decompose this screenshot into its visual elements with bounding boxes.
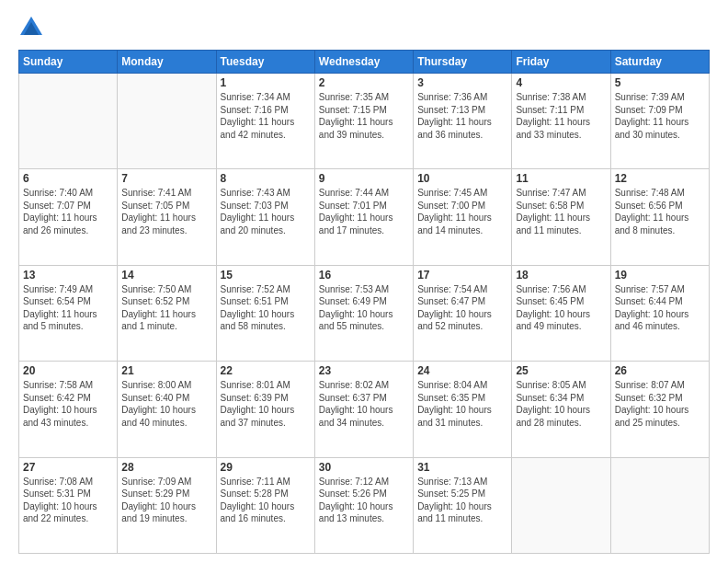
day-number: 31: [417, 461, 507, 474]
calendar-week-row: 20Sunrise: 7:58 AMSunset: 6:42 PMDayligh…: [19, 362, 710, 457]
day-number: 10: [417, 172, 507, 185]
day-number: 1: [221, 76, 311, 89]
day-number: 19: [615, 269, 705, 282]
day-detail: Sunrise: 7:41 AMSunset: 7:05 PMDaylight:…: [121, 187, 211, 236]
weekday-header: Friday: [512, 51, 610, 74]
day-detail: Sunrise: 7:58 AMSunset: 6:42 PMDaylight:…: [23, 379, 113, 429]
day-number: 13: [23, 269, 113, 282]
day-detail: Sunrise: 7:34 AMSunset: 7:16 PMDaylight:…: [221, 91, 311, 141]
calendar-week-row: 13Sunrise: 7:49 AMSunset: 6:54 PMDayligh…: [19, 265, 710, 361]
day-number: 25: [516, 364, 606, 377]
day-detail: Sunrise: 7:43 AMSunset: 7:03 PMDaylight:…: [221, 187, 311, 236]
calendar-day-cell: 25Sunrise: 8:05 AMSunset: 6:34 PMDayligh…: [512, 362, 610, 457]
calendar-day-cell: 10Sunrise: 7:45 AMSunset: 7:00 PMDayligh…: [414, 169, 512, 265]
calendar-day-cell: 3Sunrise: 7:36 AMSunset: 7:13 PMDaylight…: [414, 74, 512, 169]
calendar-day-cell: 18Sunrise: 7:56 AMSunset: 6:45 PMDayligh…: [512, 265, 610, 361]
day-number: 23: [319, 364, 409, 377]
day-detail: Sunrise: 7:56 AMSunset: 6:45 PMDaylight:…: [516, 283, 606, 333]
calendar-week-row: 6Sunrise: 7:40 AMSunset: 7:07 PMDaylight…: [19, 169, 710, 265]
day-number: 22: [221, 364, 311, 377]
day-detail: Sunrise: 7:48 AMSunset: 6:56 PMDaylight:…: [615, 187, 705, 236]
calendar-day-cell: 22Sunrise: 8:01 AMSunset: 6:39 PMDayligh…: [216, 362, 314, 457]
day-detail: Sunrise: 8:01 AMSunset: 6:39 PMDaylight:…: [221, 379, 311, 429]
day-detail: Sunrise: 7:47 AMSunset: 6:58 PMDaylight:…: [516, 187, 606, 236]
calendar-day-cell: 12Sunrise: 7:48 AMSunset: 6:56 PMDayligh…: [610, 169, 709, 265]
day-detail: Sunrise: 8:02 AMSunset: 6:37 PMDaylight:…: [319, 379, 409, 429]
day-number: 17: [417, 269, 507, 282]
day-detail: Sunrise: 7:08 AMSunset: 5:31 PMDaylight:…: [23, 476, 113, 525]
calendar-header-row: SundayMondayTuesdayWednesdayThursdayFrid…: [19, 51, 710, 74]
calendar-day-cell: 2Sunrise: 7:35 AMSunset: 7:15 PMDaylight…: [314, 74, 413, 169]
logo: [18, 15, 48, 40]
day-number: 16: [319, 269, 409, 282]
calendar-day-cell: 26Sunrise: 8:07 AMSunset: 6:32 PMDayligh…: [610, 362, 709, 457]
calendar-day-cell: 14Sunrise: 7:50 AMSunset: 6:52 PMDayligh…: [118, 265, 216, 361]
day-number: 11: [516, 172, 606, 185]
day-detail: Sunrise: 7:45 AMSunset: 7:00 PMDaylight:…: [417, 187, 507, 236]
calendar-day-cell: 17Sunrise: 7:54 AMSunset: 6:47 PMDayligh…: [414, 265, 512, 361]
weekday-header: Tuesday: [216, 51, 314, 74]
calendar-day-cell: 27Sunrise: 7:08 AMSunset: 5:31 PMDayligh…: [19, 457, 118, 553]
day-detail: Sunrise: 8:00 AMSunset: 6:40 PMDaylight:…: [121, 379, 211, 429]
calendar-day-cell: [118, 74, 216, 169]
calendar-day-cell: 6Sunrise: 7:40 AMSunset: 7:07 PMDaylight…: [19, 169, 118, 265]
day-number: 12: [615, 172, 705, 185]
calendar-week-row: 27Sunrise: 7:08 AMSunset: 5:31 PMDayligh…: [19, 457, 710, 553]
day-number: 9: [319, 172, 409, 185]
weekday-header: Thursday: [414, 51, 512, 74]
day-number: 18: [516, 269, 606, 282]
weekday-header: Sunday: [19, 51, 118, 74]
day-number: 14: [121, 269, 211, 282]
calendar-body: 1Sunrise: 7:34 AMSunset: 7:16 PMDaylight…: [19, 74, 710, 554]
calendar-day-cell: [512, 457, 610, 553]
calendar-day-cell: 20Sunrise: 7:58 AMSunset: 6:42 PMDayligh…: [19, 362, 118, 457]
weekday-header: Monday: [118, 51, 216, 74]
calendar-day-cell: 8Sunrise: 7:43 AMSunset: 7:03 PMDaylight…: [216, 169, 314, 265]
calendar: SundayMondayTuesdayWednesdayThursdayFrid…: [18, 50, 710, 554]
day-number: 21: [121, 364, 211, 377]
day-detail: Sunrise: 7:11 AMSunset: 5:28 PMDaylight:…: [221, 476, 311, 525]
calendar-day-cell: 16Sunrise: 7:53 AMSunset: 6:49 PMDayligh…: [314, 265, 413, 361]
day-detail: Sunrise: 7:52 AMSunset: 6:51 PMDaylight:…: [221, 283, 311, 333]
page-header: [18, 15, 710, 40]
day-number: 27: [23, 461, 113, 474]
day-detail: Sunrise: 7:35 AMSunset: 7:15 PMDaylight:…: [319, 91, 409, 141]
day-detail: Sunrise: 8:04 AMSunset: 6:35 PMDaylight:…: [417, 379, 507, 429]
calendar-day-cell: 23Sunrise: 8:02 AMSunset: 6:37 PMDayligh…: [314, 362, 413, 457]
day-detail: Sunrise: 7:44 AMSunset: 7:01 PMDaylight:…: [319, 187, 409, 236]
calendar-day-cell: 29Sunrise: 7:11 AMSunset: 5:28 PMDayligh…: [216, 457, 314, 553]
calendar-day-cell: 5Sunrise: 7:39 AMSunset: 7:09 PMDaylight…: [610, 74, 709, 169]
day-detail: Sunrise: 7:36 AMSunset: 7:13 PMDaylight:…: [417, 91, 507, 141]
day-number: 29: [221, 461, 311, 474]
weekday-header: Saturday: [610, 51, 709, 74]
day-detail: Sunrise: 7:54 AMSunset: 6:47 PMDaylight:…: [417, 283, 507, 333]
calendar-day-cell: 11Sunrise: 7:47 AMSunset: 6:58 PMDayligh…: [512, 169, 610, 265]
day-detail: Sunrise: 8:07 AMSunset: 6:32 PMDaylight:…: [615, 379, 705, 429]
day-detail: Sunrise: 7:50 AMSunset: 6:52 PMDaylight:…: [121, 283, 211, 333]
day-number: 4: [516, 76, 606, 89]
day-detail: Sunrise: 7:49 AMSunset: 6:54 PMDaylight:…: [23, 283, 113, 333]
calendar-day-cell: 4Sunrise: 7:38 AMSunset: 7:11 PMDaylight…: [512, 74, 610, 169]
calendar-week-row: 1Sunrise: 7:34 AMSunset: 7:16 PMDaylight…: [19, 74, 710, 169]
day-detail: Sunrise: 7:38 AMSunset: 7:11 PMDaylight:…: [516, 91, 606, 141]
day-number: 3: [417, 76, 507, 89]
calendar-day-cell: 9Sunrise: 7:44 AMSunset: 7:01 PMDaylight…: [314, 169, 413, 265]
day-number: 6: [23, 172, 113, 185]
day-number: 7: [121, 172, 211, 185]
day-number: 26: [615, 364, 705, 377]
day-number: 15: [221, 269, 311, 282]
day-number: 5: [615, 76, 705, 89]
calendar-day-cell: [610, 457, 709, 553]
day-detail: Sunrise: 7:13 AMSunset: 5:25 PMDaylight:…: [417, 476, 507, 525]
day-number: 30: [319, 461, 409, 474]
calendar-day-cell: 24Sunrise: 8:04 AMSunset: 6:35 PMDayligh…: [414, 362, 512, 457]
day-number: 8: [221, 172, 311, 185]
logo-icon: [18, 15, 44, 40]
day-detail: Sunrise: 7:39 AMSunset: 7:09 PMDaylight:…: [615, 91, 705, 141]
day-detail: Sunrise: 7:40 AMSunset: 7:07 PMDaylight:…: [23, 187, 113, 236]
calendar-day-cell: 1Sunrise: 7:34 AMSunset: 7:16 PMDaylight…: [216, 74, 314, 169]
day-number: 28: [121, 461, 211, 474]
day-detail: Sunrise: 8:05 AMSunset: 6:34 PMDaylight:…: [516, 379, 606, 429]
calendar-day-cell: 7Sunrise: 7:41 AMSunset: 7:05 PMDaylight…: [118, 169, 216, 265]
calendar-day-cell: 28Sunrise: 7:09 AMSunset: 5:29 PMDayligh…: [118, 457, 216, 553]
